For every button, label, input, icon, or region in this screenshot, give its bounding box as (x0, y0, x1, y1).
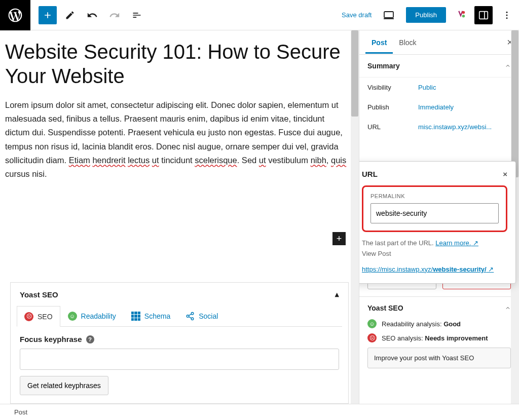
editor-scrollbar[interactable] (351, 30, 359, 404)
settings-sidebar: Post Block × Summary VisibilityPublic Pu… (359, 30, 519, 404)
tab-post[interactable]: Post (365, 31, 393, 54)
yoast-tab-readability[interactable]: ☺Readability (60, 306, 124, 326)
visibility-value[interactable]: Public (418, 84, 436, 91)
permalink-url-link[interactable]: https://misc.instawp.xyz/website-securit… (362, 263, 507, 275)
grid-icon (131, 312, 140, 321)
svg-point-2 (462, 15, 465, 18)
share-icon (186, 312, 195, 321)
svg-rect-3 (479, 11, 488, 19)
editor-canvas[interactable]: Website Security 101: How to Secure Your… (0, 30, 359, 404)
yoast-tab-schema[interactable]: Schema (124, 306, 178, 326)
svg-point-1 (462, 11, 465, 14)
publish-value[interactable]: Immediately (418, 103, 454, 111)
yoast-tab-seo[interactable]: ☹SEO (17, 306, 60, 327)
view-post-text: View Post (362, 250, 391, 257)
breadcrumb-bar: Post (0, 404, 519, 420)
svg-point-10 (191, 318, 194, 320)
happy-face-icon: ☺ (367, 319, 377, 328)
chevron-up-icon (505, 305, 511, 311)
yoast-icon[interactable] (454, 9, 466, 21)
url-label: URL (367, 123, 418, 131)
url-popover: URL× PERMALINK The last part of the URL.… (359, 161, 516, 284)
publish-button[interactable]: Publish (406, 7, 446, 23)
yoast-tab-social[interactable]: Social (178, 306, 226, 326)
permalink-input[interactable] (370, 203, 499, 223)
save-draft-link[interactable]: Save draft (342, 11, 372, 19)
url-popover-title: URL (362, 170, 378, 178)
svg-point-5 (506, 11, 508, 13)
svg-point-7 (506, 17, 508, 19)
permalink-label: PERMALINK (370, 193, 499, 199)
sad-face-icon: ☹ (24, 312, 33, 321)
redo-button[interactable] (105, 6, 124, 24)
settings-sidebar-toggle[interactable] (474, 6, 493, 24)
undo-button[interactable] (83, 6, 101, 24)
yoast-seo-metabox: Yoast SEO ▴ ☹SEO ☺Readability Schema Soc… (10, 282, 349, 404)
preview-device-icon[interactable] (380, 6, 398, 24)
wordpress-logo[interactable] (0, 0, 30, 30)
chevron-up-icon (505, 63, 511, 69)
svg-point-9 (187, 315, 189, 318)
post-body[interactable]: Lorem ipsum dolor sit amet, consectetur … (5, 98, 350, 181)
svg-point-8 (191, 313, 194, 315)
add-block-button[interactable] (39, 6, 57, 24)
learn-more-link[interactable]: Learn more. ↗ (435, 239, 478, 247)
focus-keyphrase-input[interactable] (20, 349, 339, 370)
permalink-highlight: PERMALINK (362, 185, 507, 232)
options-menu[interactable] (501, 6, 513, 24)
focus-keyphrase-label: Focus keyphrase (20, 335, 82, 343)
edit-icon[interactable] (61, 6, 79, 24)
sidebar-yoast-header[interactable]: Yoast SEO (367, 304, 511, 312)
add-block-inline-button[interactable]: + (332, 232, 346, 245)
top-toolbar: Save draft Publish (0, 0, 519, 30)
details-icon[interactable] (128, 6, 146, 24)
get-related-keyphrases-button[interactable]: Get related keyphrases (20, 376, 108, 395)
improve-yoast-button[interactable]: Improve your post with Yoast SEO (367, 348, 511, 368)
summary-panel-header[interactable]: Summary (359, 55, 519, 78)
publish-label: Publish (367, 103, 418, 111)
post-title[interactable]: Website Security 101: How to Secure Your… (5, 40, 354, 88)
svg-rect-0 (384, 12, 393, 18)
sidebar-yoast-panel: Yoast SEO ☺Readability analysis: Good ☹S… (359, 296, 519, 375)
url-value[interactable]: misc.instawp.xyz/websi... (418, 123, 492, 131)
collapse-icon[interactable]: ▴ (335, 290, 339, 299)
happy-face-icon: ☺ (68, 312, 77, 321)
help-icon[interactable]: ? (86, 335, 94, 343)
visibility-label: Visibility (367, 84, 418, 91)
breadcrumb[interactable]: Post (14, 408, 27, 416)
svg-point-6 (506, 14, 508, 16)
tab-block[interactable]: Block (393, 31, 422, 54)
yoast-metabox-title: Yoast SEO (20, 290, 58, 299)
sad-face-icon: ☹ (367, 333, 377, 342)
close-popover-button[interactable]: × (503, 170, 507, 178)
